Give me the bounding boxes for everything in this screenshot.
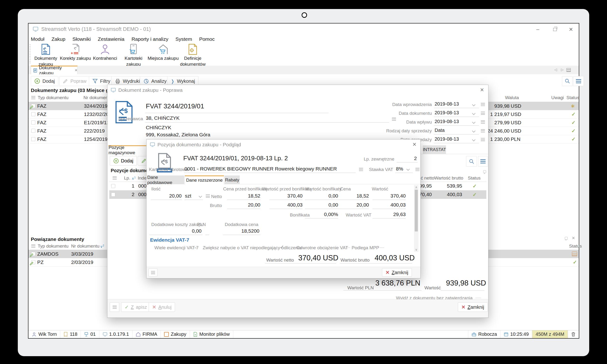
vat-value[interactable]: 29,63 [373, 211, 406, 217]
vat7-checkbox[interactable] [346, 244, 350, 248]
vat-rate-menu-icon[interactable] [415, 168, 419, 171]
vat7-checkbox[interactable] [380, 244, 384, 248]
related-col-status[interactable]: Status [569, 244, 582, 249]
footer-menu-button[interactable] [110, 302, 119, 312]
card-menu-icon[interactable] [359, 168, 363, 171]
extra-cost-value[interactable]: 0,00 [149, 228, 202, 234]
popraw-button[interactable]: Popraw [59, 76, 90, 86]
anuluj-button[interactable]: ✕ Anuluj [149, 302, 175, 312]
date-value[interactable]: 2019-08-13 [435, 110, 459, 116]
scrollbar-thumb[interactable] [415, 190, 418, 232]
tab-rabaty[interactable]: Rabaty [225, 175, 240, 184]
unit-value[interactable]: szt [185, 193, 191, 199]
items-search-button[interactable] [466, 156, 477, 167]
items-pin-icon[interactable] [483, 170, 486, 173]
date-menu-icon[interactable] [481, 103, 485, 106]
grid-value[interactable]: 400,03 [373, 202, 406, 208]
menu-slowniki[interactable]: Słowniki [73, 36, 91, 42]
minimize-button[interactable]: – [532, 26, 543, 33]
seller-field[interactable]: 38, CHIŃCZYK [146, 115, 180, 121]
toolbar-kartoteki-zakupu[interactable]: Kartoteki zakupu [119, 44, 148, 65]
tab-intrastat[interactable]: INTRASTAT [423, 145, 446, 154]
item-zamknij-button[interactable]: ✕ Zamknij [382, 268, 412, 277]
scroll-up-icon[interactable]: ∧ [414, 185, 418, 189]
restore-button[interactable] [549, 26, 560, 33]
docs-col-waluta[interactable]: Waluta [505, 95, 519, 100]
status-session[interactable]: 118 [60, 330, 81, 338]
qty-value[interactable]: 20,00 [151, 193, 182, 199]
doc-number-field[interactable]: FVAT 3244/2019/01 [146, 103, 204, 110]
row-checkbox[interactable] [31, 129, 35, 133]
status-monitor-plikow[interactable]: Monitor plików [190, 330, 233, 338]
row-checkbox[interactable] [31, 120, 35, 125]
chevron-down-icon[interactable] [406, 168, 410, 171]
docs-col-uwagi[interactable]: Uwagi [551, 95, 564, 100]
status-db[interactable]: Robocza [468, 330, 500, 338]
docs-header-menu-icon[interactable] [31, 96, 35, 99]
items-col-lp[interactable]: Lp. [124, 175, 130, 181]
status-time[interactable]: 10:25:49 [500, 330, 532, 338]
row-checkbox[interactable] [111, 184, 115, 188]
menu-pomoc[interactable]: Pomoc [199, 36, 215, 42]
menu-zakup[interactable]: Zakup [52, 36, 65, 42]
date-value[interactable]: 2019-08-13 [435, 136, 459, 142]
grid-value[interactable]: 370,40 [269, 193, 303, 199]
grid-value[interactable]: 20,00 [227, 202, 260, 208]
discount-value[interactable]: 0,00% [305, 211, 338, 217]
row-checkbox[interactable] [111, 193, 115, 196]
vat7-checkbox[interactable] [194, 244, 198, 248]
vat-rate-value[interactable]: 8% [396, 166, 403, 172]
footer-menu-button[interactable] [148, 268, 157, 276]
grid-value[interactable]: 20,00 [336, 202, 369, 208]
grid-value[interactable]: 18,52 [336, 193, 369, 199]
related-col-typ[interactable]: Typ dokumentu [38, 244, 68, 249]
panel-close-icon[interactable]: × [572, 235, 575, 241]
exit-without-approve-checkbox[interactable] [475, 295, 481, 298]
memory-indicator[interactable]: 450M z 494M [532, 330, 568, 338]
row-checkbox[interactable] [31, 137, 35, 141]
date-menu-icon[interactable] [481, 138, 485, 141]
scroll-down-icon[interactable]: ∨ [414, 248, 418, 251]
status-company[interactable]: FIRMA [132, 330, 161, 338]
zapisz-button[interactable]: ✓ ZZapiszapisz [121, 302, 151, 312]
panel-pin-icon[interactable] [565, 237, 568, 240]
edit-dialog-close-icon[interactable]: × [480, 87, 484, 93]
chevron-down-icon[interactable] [472, 112, 475, 115]
chevron-down-icon[interactable] [472, 129, 475, 132]
tab-dokumenty-zakupu[interactable]: Dokumenty zakupu × [31, 66, 77, 74]
menu-modul[interactable]: Moduł [31, 36, 44, 42]
lp-ext-value[interactable]: 2 [397, 156, 417, 161]
grid-value[interactable]: 18,52 [227, 193, 260, 199]
item-dialog-close-icon[interactable]: × [413, 141, 416, 148]
extra-price-value[interactable]: 18,5200 [223, 228, 259, 234]
docs-col-status[interactable]: Status [567, 95, 579, 100]
docs-col-nr[interactable]: Nr dokumen [83, 95, 108, 100]
tab-scroll-left-icon[interactable]: ◁ [554, 68, 557, 72]
dodaj-button[interactable]: Dodaj [31, 76, 58, 86]
chevron-down-icon[interactable] [472, 120, 475, 124]
items-header-menu-icon[interactable] [113, 176, 117, 180]
toolbar-dokumenty-zakupu[interactable]: Dokumenty zakupu [32, 44, 60, 65]
grid-menu-button[interactable] [573, 76, 584, 86]
toolbar-korekty-zakupu[interactable]: Korekty zakupu [61, 44, 90, 65]
vat7-checked-icon[interactable]: ✓ [280, 244, 284, 250]
menu-system[interactable]: System [175, 36, 192, 42]
grid-value[interactable]: 0,00 [305, 202, 338, 208]
date-menu-icon[interactable] [481, 129, 485, 132]
item-scrollbar[interactable]: ∧ ∨ [414, 185, 418, 252]
chevron-down-icon[interactable] [472, 103, 475, 106]
status-module[interactable]: Zakupy [161, 330, 190, 338]
items-col-brutto[interactable]: Wartość brutto [434, 175, 463, 181]
items-col-netto[interactable]: ść netto [418, 175, 434, 181]
tab-dane-podstawowe[interactable]: Dane podstawowe [147, 175, 184, 184]
toolbar-miejsca-zakupu[interactable]: Miejsca zakupu [149, 44, 177, 65]
items-col-status[interactable]: Status [468, 175, 481, 181]
chevron-down-icon[interactable] [472, 138, 475, 141]
date-menu-icon[interactable] [481, 112, 485, 115]
grid-value[interactable]: 0,00 [305, 193, 338, 199]
items-grid-menu-button[interactable] [478, 156, 488, 167]
close-button[interactable]: × [566, 26, 576, 33]
menu-zestawienia[interactable]: Zestawienia [98, 36, 125, 42]
status-station[interactable]: 01 [81, 330, 99, 338]
date-value[interactable]: Data [435, 128, 445, 133]
